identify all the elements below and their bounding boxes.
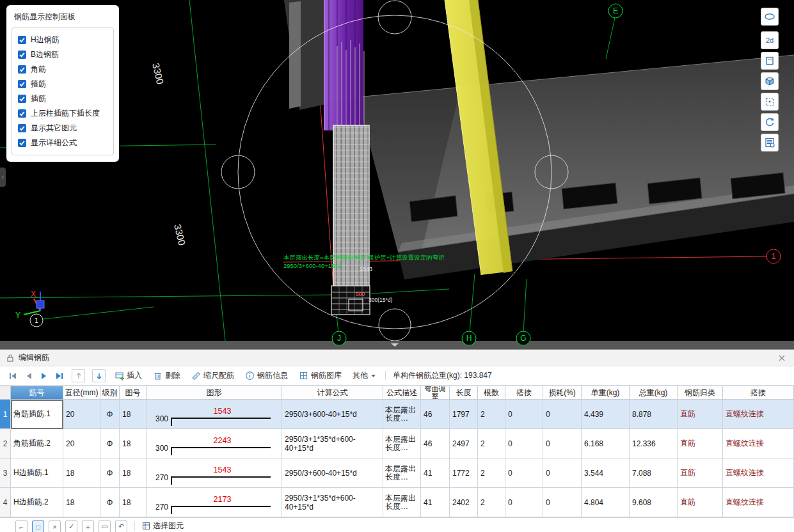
cell-formula-desc[interactable]: 本层露出长度… [383, 488, 421, 517]
display-option-row[interactable]: 角筋 [18, 62, 107, 77]
cell-unit-weight[interactable]: 4.804 [582, 488, 630, 517]
view-3d-button[interactable] [761, 72, 779, 90]
copy-tool-icon[interactable]: ▭ [99, 520, 111, 532]
cell-formula[interactable]: 2950/3+600-40+15*d [282, 400, 383, 429]
col-header-loss[interactable]: 损耗(%) [543, 386, 582, 400]
col-header-bend-adjust[interactable]: 弯曲调整 [421, 386, 450, 400]
display-option-row[interactable]: 插筋 [18, 91, 107, 106]
other-menu-button[interactable]: 其他 [351, 369, 378, 382]
cell-category[interactable]: 直筋 [678, 400, 723, 429]
col-header-length[interactable]: 长度 [450, 386, 478, 400]
cell-lap[interactable]: 0 [505, 429, 543, 458]
cell-quantity[interactable]: 2 [478, 488, 505, 517]
scale-rebar-button[interactable]: 缩尺配筋 [189, 369, 236, 382]
row-number[interactable]: 2 [0, 429, 11, 458]
checkbox-checked-icon[interactable] [18, 95, 26, 103]
cell-bend-adjust[interactable]: 41 [421, 488, 450, 517]
col-header-joint[interactable]: 搭接 [723, 386, 794, 400]
cell-grade[interactable]: Φ [100, 458, 120, 488]
dynamic-observe-button[interactable] [761, 8, 779, 26]
nav-first-button[interactable] [8, 372, 17, 380]
cell-bend-adjust[interactable]: 46 [421, 429, 450, 458]
cell-category[interactable]: 直筋 [678, 488, 723, 517]
checkbox-checked-icon[interactable] [18, 139, 26, 147]
nav-last-button[interactable] [55, 372, 65, 380]
cell-lap[interactable]: 0 [505, 488, 543, 517]
cell-quantity[interactable]: 2 [478, 429, 505, 458]
col-header-category[interactable]: 钢筋归类 [678, 386, 723, 400]
collapse-left-handle[interactable]: ‹ [0, 168, 6, 187]
cell-diameter[interactable]: 20 [63, 429, 100, 458]
cell-category[interactable]: 直筋 [678, 458, 723, 488]
cell-total-weight[interactable]: 12.336 [630, 429, 678, 458]
cell-joint[interactable]: 直螺纹连接 [723, 400, 794, 429]
confirm-tool-icon[interactable]: ✓ [65, 520, 77, 532]
table-row[interactable]: 1 角筋插筋.1 20 Φ 18 300 1543 2950/3+600-40+… [0, 400, 794, 429]
cell-length[interactable]: 1797 [450, 400, 478, 429]
undo-tool-icon[interactable]: ↶ [115, 520, 127, 532]
col-header-grade[interactable]: 级别 [100, 386, 120, 400]
col-header-total-weight[interactable]: 总重(kg) [630, 386, 678, 400]
cell-diameter[interactable]: 18 [63, 488, 100, 517]
nav-prev-button[interactable] [24, 372, 33, 380]
row-number[interactable]: 1 [0, 400, 11, 429]
delete-button[interactable]: 删除 [151, 369, 182, 382]
cell-grade[interactable]: Φ [100, 400, 120, 429]
cell-shape[interactable]: 270 2173 [147, 488, 282, 517]
table-row[interactable]: 3 H边插筋.1 18 Φ 18 270 1543 2950/3+600-40+… [0, 458, 794, 488]
cell-rebar-name[interactable]: H边插筋.1 [11, 458, 63, 488]
display-option-row[interactable]: B边钢筋 [18, 47, 107, 62]
box-select-tool-icon[interactable]: □ [32, 520, 44, 532]
cell-loss[interactable]: 0 [543, 458, 582, 488]
row-number[interactable]: 4 [0, 488, 11, 517]
cell-diameter[interactable]: 20 [63, 400, 100, 429]
checkbox-checked-icon[interactable] [18, 109, 26, 118]
checkbox-checked-icon[interactable] [18, 80, 26, 88]
cell-unit-weight[interactable]: 4.439 [582, 400, 630, 429]
cell-total-weight[interactable]: 7.088 [630, 458, 678, 488]
select-element-button[interactable]: 选择图元 [142, 520, 184, 531]
checkbox-checked-icon[interactable] [18, 124, 26, 132]
zoom-extents-button[interactable] [761, 93, 779, 111]
display-option-row[interactable]: 显示详细公式 [18, 136, 107, 150]
cell-quantity[interactable]: 2 [478, 458, 505, 488]
move-down-button[interactable] [92, 369, 106, 382]
view-2d-button[interactable]: 2d [761, 31, 779, 49]
insert-button[interactable]: 插入 [113, 369, 144, 382]
cell-bend-adjust[interactable]: 46 [421, 400, 450, 429]
cell-length[interactable]: 1772 [450, 458, 478, 488]
col-header-lap[interactable]: 搭接 [505, 386, 543, 400]
cell-total-weight[interactable]: 8.878 [630, 400, 678, 429]
cell-rebar-name[interactable]: H边插筋.2 [11, 488, 63, 517]
cell-shape[interactable]: 270 1543 [147, 458, 282, 488]
row-number[interactable]: 3 [0, 458, 11, 488]
cell-figure-no[interactable]: 18 [120, 458, 147, 488]
cell-length[interactable]: 2402 [450, 488, 478, 517]
corner-tool-icon[interactable]: ⌐ [15, 520, 28, 532]
viewport-collapse-strip[interactable] [0, 341, 794, 349]
view-plane-button[interactable] [761, 52, 779, 70]
close-icon[interactable] [776, 352, 788, 364]
model-viewport[interactable]: 本层露出长度=本层的露出长度-保护层+计算设置设定的弯折 2950/3+600-… [0, 0, 794, 349]
cell-quantity[interactable]: 2 [478, 400, 505, 429]
col-header-shape[interactable]: 图形 [147, 386, 282, 400]
cell-figure-no[interactable]: 18 [120, 400, 147, 429]
cell-formula[interactable]: 2950/3+600-40+15*d [282, 458, 383, 488]
cell-formula[interactable]: 2950/3+1*35*d+600-40+15*d [282, 488, 383, 517]
display-option-row[interactable]: 显示其它图元 [18, 121, 107, 136]
checkbox-checked-icon[interactable] [18, 51, 26, 59]
cell-rebar-name[interactable]: 角筋插筋.1 [11, 400, 63, 429]
cell-formula-desc[interactable]: 本层露出长度… [383, 429, 421, 458]
cell-total-weight[interactable]: 9.608 [630, 488, 678, 517]
cell-joint[interactable]: 直螺纹连接 [723, 429, 794, 458]
cell-joint[interactable]: 直螺纹连接 [723, 488, 794, 517]
display-option-row[interactable]: 上层柱插筋下插长度 [18, 106, 107, 121]
cell-loss[interactable]: 0 [543, 429, 582, 458]
table-row[interactable]: 2 角筋插筋.2 20 Φ 18 300 2243 2950/3+1*35*d+… [0, 429, 794, 458]
cancel-tool-icon[interactable]: × [49, 520, 61, 532]
cell-lap[interactable]: 0 [505, 458, 543, 488]
checkbox-checked-icon[interactable] [18, 65, 26, 74]
cell-joint[interactable]: 直螺纹连接 [723, 458, 794, 488]
cell-lap[interactable]: 0 [505, 400, 543, 429]
cell-unit-weight[interactable]: 6.168 [582, 429, 630, 458]
